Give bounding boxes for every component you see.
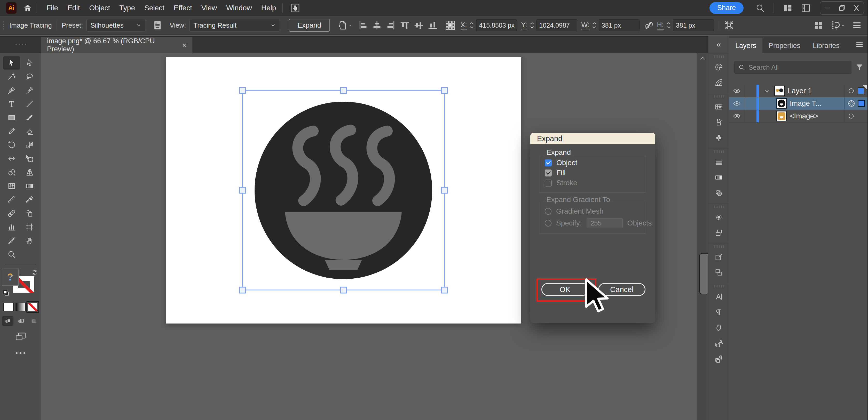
- menu-item-select[interactable]: Select: [140, 0, 169, 16]
- line-segment-tool-icon[interactable]: [25, 100, 34, 108]
- direct-selection-tool[interactable]: [21, 56, 38, 70]
- object-checkbox-row[interactable]: Object: [545, 159, 577, 167]
- illustrator-logo-icon[interactable]: Ai: [6, 2, 17, 14]
- fill-swatch-unknown[interactable]: ?: [2, 268, 19, 286]
- snap-options-icon[interactable]: [813, 20, 824, 30]
- layer-name[interactable]: Layer 1: [788, 87, 812, 95]
- tools-panel-grip[interactable]: [0, 36, 41, 53]
- layer-row-layer1[interactable]: Layer 1: [729, 85, 867, 97]
- dock-panel-swatches[interactable]: [708, 99, 729, 115]
- fill-checkbox-row[interactable]: Fill: [545, 169, 566, 177]
- control-bar-grip[interactable]: [3, 22, 4, 29]
- stroke-checkbox[interactable]: [545, 180, 552, 187]
- hand-tool-icon[interactable]: [25, 236, 34, 245]
- search-icon[interactable]: [755, 3, 765, 13]
- expand-dialog-title[interactable]: Expand: [530, 133, 655, 144]
- width-tool[interactable]: [3, 152, 20, 165]
- menu-item-view[interactable]: View: [197, 0, 221, 16]
- transparency-icon[interactable]: [715, 189, 723, 197]
- dock-panel-paragraph-styles[interactable]: [708, 351, 729, 366]
- gradient-mesh-radio-row[interactable]: Gradient Mesh: [545, 207, 603, 216]
- gradient-button[interactable]: [16, 302, 26, 312]
- dock-panel-color-guide[interactable]: [708, 75, 729, 90]
- dock-panel-opentype[interactable]: [708, 320, 729, 335]
- corner-widget-icon[interactable]: [830, 20, 845, 30]
- type-tool-icon[interactable]: [7, 100, 16, 108]
- share-button[interactable]: Share: [710, 2, 744, 14]
- symbol-sprayer-tool[interactable]: [21, 207, 38, 220]
- dock-grip[interactable]: [708, 284, 729, 289]
- menu-item-edit[interactable]: Edit: [63, 0, 85, 16]
- dock-panel-color[interactable]: [708, 59, 729, 75]
- target-double-circle-icon[interactable]: [847, 100, 855, 107]
- tab-libraries[interactable]: Libraries: [807, 38, 846, 53]
- align-bottom-icon[interactable]: [427, 20, 438, 31]
- reference-point-locator[interactable]: [444, 20, 456, 31]
- minimize-button[interactable]: [820, 2, 835, 14]
- menu-item-object[interactable]: Object: [85, 0, 115, 16]
- layer-row-image-tracing[interactable]: Image T...: [729, 97, 867, 110]
- selection-tool[interactable]: [3, 56, 20, 70]
- view-dropdown[interactable]: Tracing Result: [189, 19, 280, 31]
- eyedropper-tool-icon[interactable]: [25, 195, 34, 204]
- dock-panel-brushes[interactable]: [708, 115, 729, 130]
- layer-thumbnail[interactable]: [776, 111, 787, 121]
- preset-dropdown[interactable]: Silhouettes: [87, 19, 145, 31]
- isolate-selection-icon[interactable]: [724, 20, 735, 31]
- rotate-tool-icon[interactable]: [7, 140, 16, 149]
- specify-field[interactable]: 255: [587, 218, 623, 228]
- h-field[interactable]: 381 px: [673, 19, 714, 31]
- target-circle-icon[interactable]: [848, 113, 855, 120]
- w-field[interactable]: 381 px: [599, 19, 640, 31]
- artboard-options-icon[interactable]: [338, 20, 353, 31]
- dock-grip[interactable]: [708, 244, 729, 249]
- swatches-icon[interactable]: [715, 103, 723, 111]
- menu-item-type[interactable]: Type: [115, 0, 140, 16]
- visibility-eye-icon[interactable]: [733, 99, 741, 107]
- align-center-vertical-icon[interactable]: [413, 20, 425, 31]
- export-icon[interactable]: [715, 253, 723, 261]
- filter-icon[interactable]: [855, 63, 864, 72]
- layer-thumbnail[interactable]: [774, 86, 785, 96]
- screen-mode-icon[interactable]: [15, 331, 27, 342]
- layer-thumbnail[interactable]: [776, 98, 787, 108]
- layer-name[interactable]: <Image>: [790, 112, 818, 120]
- symbol-sprayer-tool-icon[interactable]: [25, 209, 34, 218]
- character-styles-icon[interactable]: [715, 339, 723, 347]
- specify-radio[interactable]: [545, 220, 552, 227]
- stroke-icon[interactable]: [715, 158, 723, 166]
- y-field[interactable]: 1024.0987: [536, 19, 577, 31]
- w-stepper[interactable]: [592, 22, 597, 29]
- x-field[interactable]: 415.8503 px: [476, 19, 517, 31]
- measure-tool-icon[interactable]: [7, 195, 16, 204]
- mesh-tool-icon[interactable]: [7, 182, 16, 190]
- graphic-styles-icon[interactable]: [715, 229, 723, 237]
- align-center-horizontal-icon[interactable]: [371, 20, 383, 31]
- gradient-mesh-radio[interactable]: [545, 208, 552, 215]
- rectangle-tool[interactable]: [3, 111, 20, 124]
- lasso-tool[interactable]: [21, 70, 38, 83]
- tab-properties[interactable]: Properties: [763, 38, 807, 53]
- measure-tool[interactable]: [3, 193, 20, 206]
- magic-wand-tool[interactable]: [3, 70, 20, 83]
- h-stepper[interactable]: [666, 22, 671, 29]
- menu-item-effect[interactable]: Effect: [169, 0, 197, 16]
- swap-fill-stroke-icon[interactable]: [31, 268, 38, 276]
- rectangle-tool-icon[interactable]: [7, 113, 16, 122]
- align-right-icon[interactable]: [385, 20, 397, 31]
- arrange-documents-icon[interactable]: [801, 3, 811, 13]
- curvature-tool-icon[interactable]: [25, 86, 34, 95]
- rotate-tool[interactable]: [3, 138, 20, 152]
- default-fill-stroke-icon[interactable]: [3, 290, 9, 296]
- stroke-checkbox-row[interactable]: Stroke: [545, 179, 577, 187]
- dock-panel-appearance[interactable]: [708, 209, 729, 225]
- perspective-grid-tool[interactable]: [21, 166, 38, 179]
- pen-tool-icon[interactable]: [7, 86, 16, 95]
- dock-panel-artboards[interactable]: [708, 265, 729, 280]
- scrollbar-thumb[interactable]: [699, 253, 708, 294]
- layer-row-image[interactable]: <Image>: [729, 110, 867, 123]
- draw-inside-icon[interactable]: [28, 316, 39, 326]
- perspective-grid-tool-icon[interactable]: [25, 168, 34, 177]
- dock-panel-export[interactable]: [708, 249, 729, 265]
- collapse-panels-icon[interactable]: «: [708, 36, 729, 53]
